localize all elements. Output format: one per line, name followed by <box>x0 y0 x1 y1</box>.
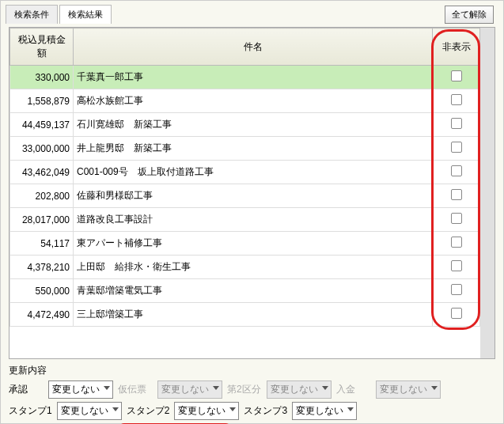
vertical-scrollbar[interactable] <box>480 28 495 358</box>
select-stamp3[interactable]: 変更しない <box>292 402 357 420</box>
cell-amount: 28,017,000 <box>10 208 74 232</box>
cell-amount: 550,000 <box>10 279 74 303</box>
table-row[interactable]: 43,462,049C001-009号 坂上取付道路工事 <box>10 161 480 184</box>
cell-name: 千葉真一郎工事 <box>74 66 433 89</box>
label-approval: 承認 <box>9 383 44 396</box>
cell-hide <box>433 89 480 113</box>
cell-hide <box>433 137 480 161</box>
hide-checkbox[interactable] <box>451 284 462 295</box>
hide-checkbox[interactable] <box>451 142 462 153</box>
cell-amount: 33,000,000 <box>10 137 74 161</box>
cell-hide <box>433 66 480 89</box>
hide-checkbox[interactable] <box>451 237 462 248</box>
select-section2: 変更しない <box>267 380 332 399</box>
cell-hide <box>433 208 480 232</box>
table-row[interactable]: 4,378,210上田邸 給排水・衛生工事 <box>10 256 480 279</box>
cell-name: 三上邸増築工事 <box>74 303 433 327</box>
form-title: 更新内容 <box>9 364 495 377</box>
cell-name: 石川寛雄邸 新築工事 <box>74 113 433 137</box>
cell-name: 佐藤和男様邸工事 <box>74 184 433 208</box>
hide-checkbox[interactable] <box>451 260 462 271</box>
cell-amount: 4,472,490 <box>10 303 74 327</box>
hide-checkbox[interactable] <box>451 70 462 81</box>
col-hide[interactable]: 非表示 <box>433 28 480 66</box>
hide-checkbox[interactable] <box>451 213 462 224</box>
table-row[interactable]: 33,000,000井上龍男邸 新築工事 <box>10 137 480 161</box>
hide-checkbox[interactable] <box>451 118 462 129</box>
table-row[interactable]: 330,000千葉真一郎工事 <box>10 66 480 89</box>
table-row[interactable]: 202,800佐藤和男様邸工事 <box>10 184 480 208</box>
clear-all-button[interactable]: 全て解除 <box>445 6 494 24</box>
label-provisional: 仮伝票 <box>118 383 153 396</box>
label-deposit: 入金 <box>336 383 371 396</box>
cell-name: 道路改良工事設計 <box>74 208 433 232</box>
label-stamp2: スタンプ2 <box>127 404 170 418</box>
cell-name: 青葉邸増築電気工事 <box>74 279 433 303</box>
cell-name: 東アパート補修工事 <box>74 232 433 256</box>
cell-hide <box>433 279 480 303</box>
cell-amount: 1,558,879 <box>10 89 74 113</box>
cell-hide <box>433 232 480 256</box>
cell-hide <box>433 303 480 327</box>
cell-hide <box>433 256 480 279</box>
cell-amount: 330,000 <box>10 66 74 89</box>
cell-name: 井上龍男邸 新築工事 <box>74 137 433 161</box>
select-provisional: 変更しない <box>157 380 222 399</box>
update-form: 更新内容 承認 変更しない 仮伝票 変更しない 第2区分 変更しない 入金 変更… <box>9 364 495 424</box>
select-stamp1[interactable]: 変更しない <box>57 402 122 420</box>
label-stamp3: スタンプ3 <box>244 404 287 418</box>
col-name[interactable]: 件名 <box>74 28 433 66</box>
cell-hide <box>433 113 480 137</box>
cell-amount: 44,459,137 <box>10 113 74 137</box>
table-row[interactable]: 550,000青葉邸増築電気工事 <box>10 279 480 303</box>
cell-amount: 202,800 <box>10 184 74 208</box>
cell-amount: 4,378,210 <box>10 256 74 279</box>
table-row[interactable]: 28,017,000道路改良工事設計 <box>10 208 480 232</box>
cell-hide <box>433 161 480 184</box>
hide-checkbox[interactable] <box>451 165 462 176</box>
label-section2: 第2区分 <box>227 383 262 396</box>
tab-search-results[interactable]: 検索結果 <box>59 5 112 24</box>
tab-search-conditions[interactable]: 検索条件 <box>6 5 58 24</box>
select-deposit: 変更しない <box>376 380 441 399</box>
label-stamp1: スタンプ1 <box>9 404 52 418</box>
cell-amount: 54,117 <box>10 232 74 256</box>
hide-checkbox[interactable] <box>451 94 462 105</box>
table-row[interactable]: 44,459,137石川寛雄邸 新築工事 <box>10 113 480 137</box>
cell-hide <box>433 184 480 208</box>
cell-name: 上田邸 給排水・衛生工事 <box>74 256 433 279</box>
cell-amount: 43,462,049 <box>10 161 74 184</box>
hide-checkbox[interactable] <box>451 308 462 319</box>
select-stamp2[interactable]: 変更しない <box>174 402 239 420</box>
table-row[interactable]: 4,472,490三上邸増築工事 <box>10 303 480 327</box>
results-grid: 税込見積金額 件名 非表示 330,000千葉真一郎工事1,558,879高松水… <box>9 27 495 359</box>
select-approval[interactable]: 変更しない <box>48 380 113 399</box>
table-row[interactable]: 1,558,879高松水族館工事 <box>10 89 480 113</box>
cell-name: C001-009号 坂上取付道路工事 <box>74 161 433 184</box>
col-amount[interactable]: 税込見積金額 <box>10 28 74 66</box>
table-row[interactable]: 54,117東アパート補修工事 <box>10 232 480 256</box>
cell-name: 高松水族館工事 <box>74 89 433 113</box>
hide-checkbox[interactable] <box>451 189 462 200</box>
